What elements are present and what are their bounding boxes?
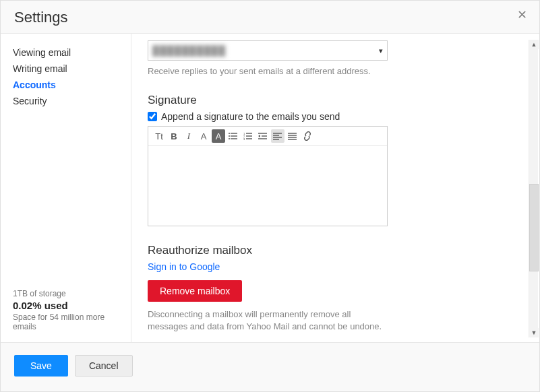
append-signature-row[interactable]: Append a signature to the emails you sen… <box>148 111 523 122</box>
storage-info: 1TB of storage 0.02% used Space for 54 m… <box>13 289 119 331</box>
align-left-icon[interactable] <box>271 129 284 143</box>
dialog-body: Viewing email Writing email Accounts Sec… <box>1 33 539 343</box>
close-button[interactable]: ✕ <box>517 7 527 22</box>
svg-point-3 <box>229 133 230 134</box>
dialog-footer: Save Cancel <box>1 343 539 389</box>
highlight-icon[interactable]: A <box>212 129 225 143</box>
svg-text:3: 3 <box>243 137 245 140</box>
remove-mailbox-button[interactable]: Remove mailbox <box>148 280 242 302</box>
sidebar: Viewing email Writing email Accounts Sec… <box>1 34 131 342</box>
signature-editor: Tt B I A A 123 <box>148 126 388 226</box>
signature-title: Signature <box>148 94 523 107</box>
scroll-down-icon[interactable]: ▼ <box>529 328 539 337</box>
sign-in-google-link[interactable]: Sign in to Google <box>148 261 220 272</box>
nav: Viewing email Writing email Accounts Sec… <box>13 44 119 289</box>
chevron-down-icon: ▾ <box>379 46 383 55</box>
scroll-up-icon[interactable]: ▲ <box>529 40 539 49</box>
append-signature-label: Append a signature to the emails you sen… <box>161 111 340 122</box>
storage-total: 1TB of storage <box>13 289 119 298</box>
reply-address-select[interactable]: ██████████ ▾ <box>148 40 388 61</box>
append-signature-checkbox[interactable] <box>148 112 157 121</box>
nav-item-writing-email[interactable]: Writing email <box>13 61 119 77</box>
scroll-thumb[interactable] <box>529 184 539 271</box>
link-icon[interactable] <box>301 129 314 143</box>
scrollbar[interactable]: ▲ ▼ <box>529 40 538 337</box>
svg-point-5 <box>229 138 230 139</box>
bullet-list-icon[interactable] <box>227 129 240 143</box>
storage-used: 0.02% used <box>13 300 119 311</box>
font-size-icon[interactable]: Tt <box>152 129 166 143</box>
font-color-icon[interactable]: A <box>197 129 210 143</box>
cancel-button[interactable]: Cancel <box>75 355 133 377</box>
save-button[interactable]: Save <box>14 355 68 377</box>
main-panel: ██████████ ▾ Receive replies to your sen… <box>131 34 539 342</box>
dialog-header: Settings <box>1 1 539 33</box>
bold-icon[interactable]: B <box>167 129 181 143</box>
svg-point-4 <box>229 135 230 137</box>
reauth-title: Reauthorize mailbox <box>148 244 523 257</box>
remove-mailbox-desc: Disconnecting a mailbox will permanently… <box>148 308 390 333</box>
signature-textarea[interactable] <box>148 146 387 226</box>
svg-marker-15 <box>258 135 260 137</box>
dialog-title: Settings <box>14 9 526 26</box>
settings-dialog: ✕ Settings Viewing email Writing email A… <box>0 0 540 392</box>
nav-item-security[interactable]: Security <box>13 93 119 109</box>
align-justify-icon[interactable] <box>286 129 299 143</box>
italic-icon[interactable]: I <box>182 129 196 143</box>
storage-remaining: Space for 54 million more emails <box>13 313 119 331</box>
outdent-icon[interactable] <box>256 129 270 143</box>
editor-toolbar: Tt B I A A 123 <box>148 127 387 146</box>
number-list-icon[interactable]: 123 <box>241 129 255 143</box>
reply-helper-text: Receive replies to your sent emails at a… <box>148 66 523 76</box>
nav-item-viewing-email[interactable]: Viewing email <box>13 44 119 61</box>
nav-item-accounts[interactable]: Accounts <box>13 77 119 93</box>
reply-address-value: ██████████ <box>152 45 226 56</box>
